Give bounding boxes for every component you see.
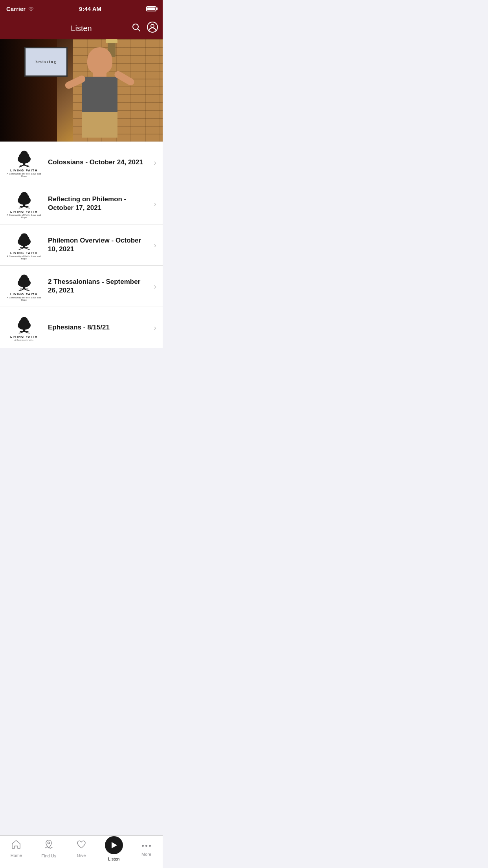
- page-title: Listen: [71, 24, 92, 33]
- logo-sub-text: A Community of Faith, Love and Hope: [6, 296, 42, 301]
- svg-point-28: [20, 317, 28, 323]
- logo-main-text: LIVING FAITH: [10, 251, 38, 255]
- wifi-icon: [28, 6, 34, 12]
- sermon-info: Colossians - October 24, 2021: [48, 158, 150, 167]
- svg-line-1: [138, 29, 140, 31]
- church-logo: LIVING FAITH A Community of Faith, Love …: [6, 147, 42, 178]
- list-item[interactable]: LIVING FAITH A Community of Faith, Love …: [0, 142, 163, 183]
- logo-main-text: LIVING FAITH: [10, 292, 38, 296]
- nav-actions: [131, 22, 158, 35]
- sermon-info: 2 Thessalonians - September 26, 2021: [48, 278, 150, 295]
- svg-rect-10: [20, 206, 28, 207]
- chevron-right-icon: ›: [154, 199, 156, 208]
- status-bar: Carrier 9:44 AM: [0, 0, 163, 17]
- logo-sub-text-partial: A Community of...: [15, 339, 34, 341]
- logo-sub-text: A Community of Faith, Love and Hope: [6, 255, 42, 260]
- hero-image: hmissing: [0, 39, 163, 142]
- logo-sub-text: A Community of Faith, Love and Hope: [6, 173, 42, 177]
- status-battery: [146, 6, 156, 11]
- chevron-right-icon: ›: [154, 323, 156, 332]
- svg-point-13: [20, 192, 28, 198]
- profile-icon[interactable]: [147, 22, 158, 35]
- sermon-title: Colossians - October 24, 2021: [48, 158, 150, 167]
- church-logo: LIVING FAITH A Community of Faith, Love …: [6, 229, 42, 261]
- chevron-right-icon: ›: [154, 282, 156, 291]
- logo-sub-text: A Community of Faith, Love and Hope: [6, 214, 42, 219]
- svg-point-3: [151, 24, 154, 28]
- logo-main-text: LIVING FAITH: [10, 335, 38, 339]
- nav-bar: Listen: [0, 17, 163, 39]
- sermon-info: Philemon Overview - October 10, 2021: [48, 236, 150, 254]
- church-logo: LIVING FAITH A Community of Faith, Love …: [6, 188, 42, 219]
- logo-main-text: LIVING FAITH: [10, 210, 38, 214]
- chevron-right-icon: ›: [154, 158, 156, 167]
- status-time: 9:44 AM: [79, 6, 101, 12]
- sermon-title: Reflecting on Philemon - October 17, 202…: [48, 195, 150, 212]
- svg-point-23: [20, 275, 28, 281]
- svg-rect-15: [20, 248, 28, 248]
- svg-rect-25: [20, 331, 28, 332]
- list-item[interactable]: LIVING FAITH A Community of... Ephesians…: [0, 307, 163, 348]
- battery-icon: [146, 6, 156, 11]
- sermon-list: LIVING FAITH A Community of Faith, Love …: [0, 142, 163, 348]
- speaker-figure: [61, 47, 139, 134]
- status-carrier: Carrier: [6, 6, 34, 12]
- sermon-info: Ephesians - 8/15/21: [48, 323, 150, 332]
- svg-rect-20: [20, 289, 28, 290]
- sermon-info: Reflecting on Philemon - October 17, 202…: [48, 195, 150, 212]
- list-item[interactable]: LIVING FAITH A Community of Faith, Love …: [0, 266, 163, 307]
- list-item[interactable]: LIVING FAITH A Community of Faith, Love …: [0, 183, 163, 224]
- logo-main-text: LIVING FAITH: [10, 169, 38, 173]
- sermon-title: Philemon Overview - October 10, 2021: [48, 236, 150, 254]
- sermon-title: Ephesians - 8/15/21: [48, 323, 150, 332]
- church-logo: LIVING FAITH A Community of Faith, Love …: [6, 270, 42, 302]
- church-logo: LIVING FAITH A Community of...: [6, 312, 42, 343]
- list-item[interactable]: LIVING FAITH A Community of Faith, Love …: [0, 224, 163, 266]
- chevron-right-icon: ›: [154, 241, 156, 250]
- search-icon[interactable]: [131, 22, 141, 34]
- svg-rect-5: [20, 165, 28, 166]
- svg-point-18: [20, 234, 28, 239]
- svg-point-8: [20, 151, 28, 157]
- sermon-title: 2 Thessalonians - September 26, 2021: [48, 278, 150, 295]
